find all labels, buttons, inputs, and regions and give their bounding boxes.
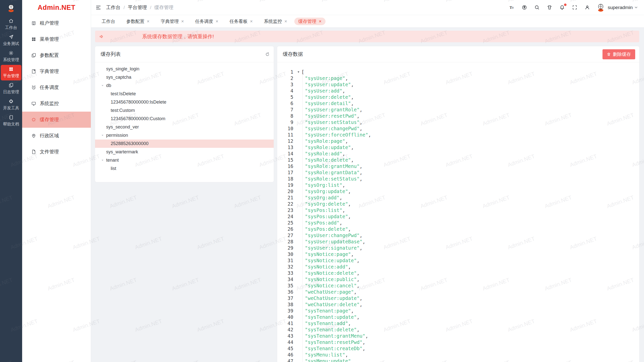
dark-sidebar-item[interactable]: 帮助文档	[1, 113, 21, 129]
code-line: 4"sysUser:add",	[281, 88, 639, 94]
caret-down-icon[interactable]	[101, 134, 106, 137]
dark-sidebar-item[interactable]: 工作台	[1, 17, 21, 32]
menu-sidebar-nav: 租户管理菜单管理参数配置字典管理任务调度系统监控缓存管理行政区域文件管理	[22, 15, 91, 160]
tab-close-icon[interactable]: ✕	[215, 19, 218, 23]
breadcrumb-item[interactable]: 工作台	[106, 4, 120, 11]
json-string: "sysPos:delete",	[305, 226, 351, 232]
tree-node[interactable]: test:Custom	[95, 106, 274, 115]
menu-item[interactable]: 文件管理	[22, 144, 91, 160]
collapse-menu-icon[interactable]	[96, 5, 101, 10]
notebook-icon	[9, 115, 14, 120]
speaker-icon	[99, 34, 104, 39]
tree-node[interactable]: sys_second_ver	[95, 123, 274, 131]
tree-node-label: sys_single_login	[106, 66, 139, 72]
code-line: 43"sysTenant:grantMenu",	[281, 333, 639, 339]
json-string: "sysRole:page",	[305, 138, 348, 144]
tab-close-icon[interactable]: ✕	[181, 19, 184, 23]
code-line: 13"sysRole:update",	[281, 144, 639, 151]
theme-icon[interactable]	[521, 4, 528, 11]
dark-sidebar-item[interactable]: 开发工具	[1, 97, 21, 113]
delete-cache-button[interactable]: 删除缓存	[602, 49, 635, 59]
tab-label: 参数配置	[126, 18, 144, 24]
skin-icon[interactable]	[546, 4, 553, 11]
tree-node[interactable]: sys_single_login	[95, 65, 274, 73]
tree-node[interactable]: 123456780000000:Custom	[95, 115, 274, 123]
dark-sidebar-item-label: 业务测试	[3, 41, 19, 47]
line-number: 39	[281, 308, 293, 314]
menu-item[interactable]: 行政区域	[22, 128, 91, 144]
line-number: 5	[281, 94, 293, 100]
tree-node[interactable]: db	[95, 81, 274, 90]
main-area: 工作台/平台管理/缓存管理 TT superadmin 工作台参数配置✕字典管理…	[91, 0, 644, 362]
tree-node[interactable]: 252885263000000	[95, 140, 274, 148]
code-line: 29"sysUser:signature",	[281, 245, 639, 251]
menu-item[interactable]: 任务调度	[22, 79, 91, 96]
font-size-icon[interactable]: TT	[509, 4, 515, 11]
line-number: 19	[281, 182, 293, 188]
tree-node[interactable]: sys_captcha	[95, 73, 274, 81]
menu-item[interactable]: 租户管理	[22, 15, 91, 31]
menu-item[interactable]: 菜单管理	[22, 31, 91, 47]
code-line: 8"sysUser:resetPwd",	[281, 113, 639, 119]
tab-close-icon[interactable]: ✕	[284, 19, 287, 23]
tab[interactable]: 系统监控✕	[260, 18, 291, 25]
tree-node-label: 123456780000000:IsDelete	[111, 100, 166, 105]
notification-icon[interactable]	[559, 4, 566, 11]
tab-close-icon[interactable]: ✕	[147, 19, 150, 23]
code-line: 14"sysRole:add",	[281, 151, 639, 157]
tree-node[interactable]: sys_wartermark	[95, 148, 274, 156]
dark-sidebar-item[interactable]: 日志管理	[1, 81, 21, 97]
svg-text:T: T	[510, 6, 512, 10]
tab[interactable]: 任务调度✕	[191, 18, 222, 25]
menu-item[interactable]: 缓存管理	[22, 112, 91, 128]
fullscreen-icon[interactable]	[572, 4, 578, 11]
line-number: 45	[281, 345, 293, 352]
app-logo[interactable]	[0, 0, 22, 16]
tab[interactable]: 任务看板✕	[225, 18, 257, 25]
line-number: 22	[281, 201, 293, 207]
tree-node-label: test:Custom	[111, 108, 135, 113]
search-icon[interactable]	[534, 4, 540, 11]
tree-node[interactable]: list	[95, 164, 274, 173]
tree-node[interactable]: test:IsDelete	[95, 90, 274, 98]
menu-item[interactable]: 参数配置	[22, 47, 91, 63]
json-string: "sysRole:grantData",	[305, 169, 363, 176]
json-string: "sysUser:setStatus",	[305, 119, 363, 125]
open-bracket: [	[301, 69, 304, 75]
tab[interactable]: 参数配置✕	[122, 18, 154, 25]
app-window: 工作台业务测试系统管理平台管理日志管理开发工具帮助文档 Admin.NET 租户…	[0, 0, 644, 362]
pin-icon	[31, 133, 36, 138]
tab-close-icon[interactable]: ✕	[250, 19, 253, 23]
refresh-icon[interactable]	[265, 52, 270, 57]
line-number: 2	[281, 75, 293, 81]
tab-label: 任务看板	[229, 18, 248, 24]
user-icon[interactable]	[584, 4, 591, 11]
code-line: 32"sysNotice:add",	[281, 264, 639, 270]
user-menu[interactable]: superadmin	[596, 3, 638, 12]
json-string: "sysUser:page",	[305, 75, 348, 81]
tab-close-icon[interactable]: ✕	[319, 19, 322, 23]
tree-node[interactable]: tenant	[95, 156, 274, 164]
dark-sidebar-item[interactable]: 平台管理	[1, 65, 21, 80]
line-number: 8	[281, 113, 293, 119]
line-number: 16	[281, 163, 293, 169]
caret-down-icon[interactable]	[101, 84, 106, 87]
code-line: 47"sysMenu:update",	[281, 358, 639, 362]
json-string: "sysRole:add",	[305, 151, 345, 157]
tab[interactable]: 工作台	[98, 18, 119, 25]
tree-node-label: list	[111, 166, 116, 171]
menu-item[interactable]: 系统监控	[22, 96, 91, 112]
line-number: 25	[281, 220, 293, 226]
breadcrumb-item[interactable]: 平台管理	[128, 4, 147, 11]
fold-caret-icon[interactable]	[296, 71, 301, 73]
tab[interactable]: 字典管理✕	[157, 18, 188, 25]
tree-node[interactable]: 123456780000000:IsDelete	[95, 98, 274, 106]
caret-down-icon[interactable]	[101, 159, 106, 162]
breadcrumb-separator: /	[150, 5, 151, 10]
dark-sidebar-item[interactable]: 业务测试	[1, 33, 21, 48]
tree-node[interactable]: permission	[95, 131, 274, 140]
dark-sidebar-item[interactable]: 系统管理	[1, 49, 21, 64]
json-string: "sysTenant:createDb",	[305, 345, 365, 352]
tab[interactable]: 缓存管理✕	[294, 18, 326, 25]
menu-item[interactable]: 字典管理	[22, 63, 91, 79]
